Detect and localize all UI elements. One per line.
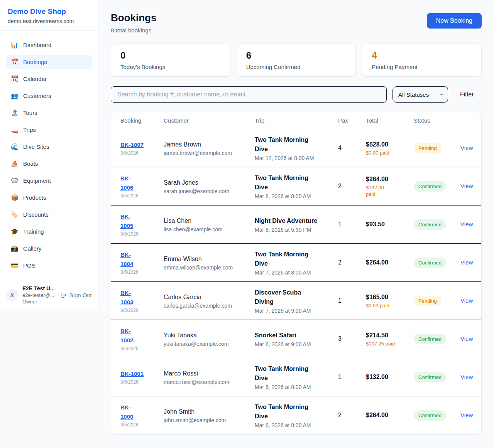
customer-cell: Lisa Chen lisa.chen@example.com: [164, 217, 255, 232]
training-icon: 🎓: [11, 228, 18, 236]
customer-name: Lisa Chen: [164, 217, 251, 225]
stats-cards: 0 Today's Bookings 6 Upcoming Confirmed …: [111, 44, 482, 77]
sidebar-item-customers[interactable]: 👥 Customers: [6, 89, 92, 103]
user-email: e2e-tester@...: [22, 292, 56, 298]
trip-name: Two Tank Morning Dive: [255, 364, 334, 383]
booking-cell: BK-1001 3/5/2026: [120, 369, 164, 385]
customer-name: James Brown: [164, 140, 251, 149]
table-row: BK- 1006 3/5/2026 Sarah Jones sarah.jone…: [111, 167, 481, 205]
search-input[interactable]: [111, 86, 387, 103]
status-cell: Confirmed: [414, 219, 460, 230]
trip-cell: Two Tank Morning Dive Mar 6, 2026 at 8:0…: [255, 364, 338, 390]
filter-button[interactable]: Filter: [460, 91, 474, 98]
sign-out-label: Sign Out: [69, 292, 92, 298]
total-amount: $165.00: [366, 293, 410, 301]
customer-name: John Smith: [164, 408, 251, 416]
user-name: E2E Test U...: [22, 285, 56, 292]
sidebar-item-pos[interactable]: 💳 POS: [6, 259, 92, 273]
sidebar-item-gallery[interactable]: 📸 Gallery: [6, 242, 92, 256]
table-row: BK- 1004 3/5/2026 Emma Wilson emma.wilso…: [111, 243, 481, 281]
bookings-icon: 📅: [11, 58, 18, 66]
view-link[interactable]: View: [460, 183, 473, 189]
table-row: BK- 1003 3/5/2026 Carlos Garcia carlos.g…: [111, 281, 481, 320]
sidebar-item-products[interactable]: 📦 Products: [6, 191, 92, 205]
booking-cell: BK-1007 3/5/2026: [120, 140, 164, 156]
view-link[interactable]: View: [460, 259, 473, 266]
trip-datetime: Mar 12, 2026 at 8:00 AM: [255, 155, 334, 161]
sidebar-item-calendar[interactable]: 📆 Calendar: [6, 72, 92, 86]
booking-id-link[interactable]: BK- 1000: [120, 404, 133, 420]
trip-datetime: Mar 7, 2026 at 9:00 AM: [255, 308, 334, 314]
sidebar-item-discounts[interactable]: 🏷️ Discounts: [6, 208, 92, 222]
status-select[interactable]: All Statuses: [392, 86, 448, 103]
actions-cell: View: [460, 335, 472, 342]
status-badge: Confirmed: [414, 219, 446, 230]
stat-label: Upcoming Confirmed: [246, 64, 347, 70]
stat-value: 0: [120, 50, 221, 61]
view-link[interactable]: View: [460, 412, 473, 418]
customers-icon: 👥: [11, 92, 18, 100]
total-amount: $528.00: [366, 140, 410, 149]
total-cell: $214.50 $107.25 paid: [366, 331, 414, 347]
booking-cell: BK- 1002 3/5/2026: [120, 327, 164, 351]
status-badge: Confirmed: [414, 334, 446, 344]
view-link[interactable]: View: [460, 335, 473, 342]
sign-out-button[interactable]: Sign Out: [60, 292, 92, 298]
view-link[interactable]: View: [460, 221, 473, 227]
sidebar-item-dashboard[interactable]: 📊 Dashboard: [6, 38, 92, 52]
total-cell: $264.00: [366, 411, 414, 419]
table-body: BK-1007 3/5/2026 James Brown james.brown…: [111, 129, 481, 434]
column-header-customer: Customer: [164, 117, 255, 124]
actions-cell: View: [460, 374, 472, 381]
view-link[interactable]: View: [460, 374, 473, 380]
sidebar-item-trips[interactable]: 🚤 Trips: [6, 123, 92, 137]
sidebar-item-dive-sites[interactable]: 🌊 Dive Sites: [6, 140, 92, 154]
total-amount: $214.50: [366, 331, 410, 340]
customer-email: yuki.tanaka@example.com: [164, 341, 251, 347]
main-content: Bookings 8 total bookings New Booking 0 …: [98, 0, 494, 435]
status-badge: Confirmed: [414, 410, 446, 421]
status-badge: Confirmed: [414, 372, 446, 382]
paid-amount: $0.00 paid: [366, 302, 410, 309]
stat-label: Today's Bookings: [120, 64, 221, 70]
table-row: BK- 1005 3/5/2026 Lisa Chen lisa.chen@ex…: [111, 205, 481, 243]
actions-cell: View: [460, 183, 472, 190]
trip-cell: Two Tank Morning Dive Mar 8, 2026 at 8:0…: [255, 173, 338, 199]
pax-cell: 1: [338, 374, 366, 381]
booking-id-link[interactable]: BK- 1005: [120, 213, 133, 229]
stat-card-pending-payment: 4 Pending Payment: [362, 44, 482, 77]
sidebar-item-tours[interactable]: 🏝️ Tours: [6, 106, 92, 120]
status-cell: Confirmed: [414, 410, 460, 421]
customer-cell: Yuki Tanaka yuki.tanaka@example.com: [164, 331, 255, 347]
booking-cell: BK- 1003 3/5/2026: [120, 288, 164, 313]
sidebar-item-bookings[interactable]: 📅 Bookings: [6, 55, 92, 69]
sidebar-item-label: Calendar: [23, 75, 47, 83]
trip-cell: Night Dive Adventure Mar 8, 2026 at 5:30…: [255, 216, 338, 233]
view-link[interactable]: View: [460, 145, 473, 151]
booking-id-link[interactable]: BK- 1004: [120, 251, 133, 267]
sidebar-item-boats[interactable]: ⛵ Boats: [6, 157, 92, 171]
booking-id-link[interactable]: BK-1001: [120, 371, 144, 377]
status-badge: Pending: [414, 143, 442, 153]
status-select-wrap: All Statuses: [392, 86, 448, 103]
booking-id-link[interactable]: BK- 1002: [120, 328, 133, 344]
sidebar-item-label: Bookings: [23, 58, 47, 66]
sidebar-item-equipment[interactable]: 🥽 Equipment: [6, 174, 92, 188]
booking-id-link[interactable]: BK-1007: [120, 141, 144, 148]
booking-cell: BK- 1006 3/5/2026: [120, 174, 164, 199]
sidebar-item-label: Discounts: [23, 211, 49, 219]
booking-id-link[interactable]: BK- 1003: [120, 290, 133, 305]
page-title: Bookings: [111, 12, 156, 24]
new-booking-button[interactable]: New Booking: [427, 13, 482, 29]
sidebar-item-label: Equipment: [23, 177, 51, 185]
actions-cell: View: [460, 145, 472, 152]
booking-id-link[interactable]: BK- 1006: [120, 175, 133, 191]
paid-amount: $0.00 paid: [366, 150, 410, 156]
pos-icon: 💳: [11, 262, 18, 269]
sidebar-item-training[interactable]: 🎓 Training: [6, 225, 92, 239]
status-badge: Confirmed: [414, 258, 446, 268]
tours-icon: 🏝️: [11, 109, 18, 117]
boats-icon: ⛵: [11, 160, 18, 168]
trip-datetime: Mar 7, 2026 at 8:00 AM: [255, 269, 334, 276]
view-link[interactable]: View: [460, 297, 473, 304]
